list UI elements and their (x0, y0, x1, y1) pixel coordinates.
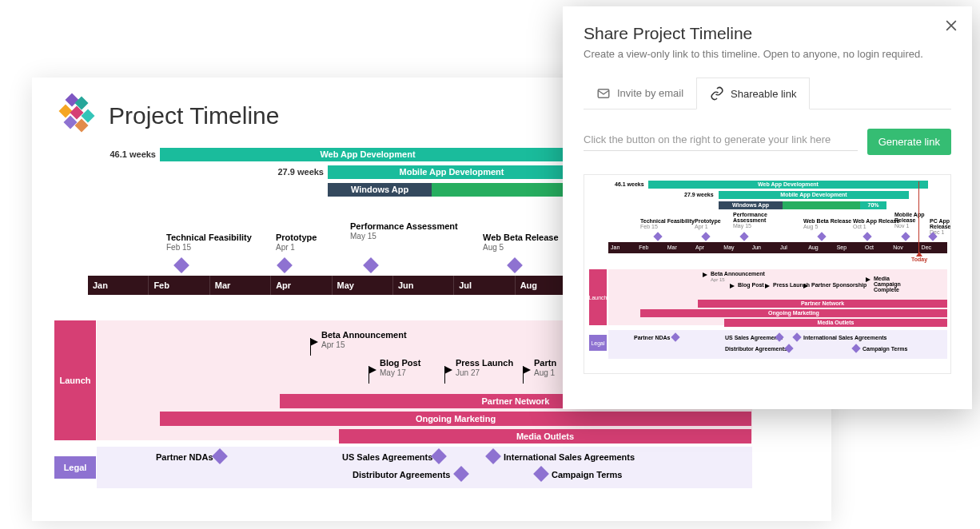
bar-windows-progress[interactable] (432, 183, 576, 197)
lane-launch[interactable]: Launch (54, 320, 96, 440)
link-placeholder: Click the button on the right to generat… (584, 133, 858, 151)
preview-bar-web: Web App Development (648, 181, 928, 189)
month-axis: JanFebMarAprMayJunJulAug (88, 276, 576, 295)
share-modal: Share Project Timeline Create a view-onl… (563, 6, 972, 409)
preview-strip-2: Ongoing Marketing (640, 309, 947, 317)
flag-partner-sponsor[interactable]: PartnAug 1 (534, 358, 556, 377)
preview-bar-winpct: 70% (860, 201, 886, 209)
close-icon (943, 18, 959, 34)
preview-strip-3: Media Outlets (724, 319, 947, 327)
preview-dur-web: 46.1 weeks (615, 181, 644, 187)
preview-bar-mobile: Mobile App Development (719, 191, 909, 199)
flag-press-launch[interactable]: Press LaunchJun 27 (456, 358, 513, 377)
preview-mile-4: Web Beta ReleaseAug 5 (803, 218, 851, 229)
strip-ongoing-marketing[interactable]: Ongoing Marketing (160, 412, 751, 426)
preview-legal-4: Distributor Agreements (725, 346, 787, 352)
preview-flag-2: Blog Post (738, 282, 764, 288)
flag-blog-post[interactable]: Blog PostMay 17 (380, 358, 420, 377)
diamond-icon[interactable] (363, 257, 379, 273)
tab-invite-email[interactable]: Invite by email (584, 78, 696, 109)
legal-distributor[interactable]: Distributor Agreements (353, 470, 450, 479)
link-row: Click the button on the right to generat… (584, 129, 951, 155)
legal-campaign-terms[interactable]: Campaign Terms (552, 470, 622, 479)
preview-today-label: Today (911, 257, 927, 262)
duration-mobile: 27.9 weeks (276, 167, 324, 177)
bar-windows-label[interactable]: Windows App Development (328, 183, 432, 197)
milestone-performance: Performance AssessmentMay 15 (350, 221, 470, 241)
flag-beta-announce[interactable]: Beta AnnouncementApr 15 (321, 330, 407, 349)
modal-tabs: Invite by email Shareable link (584, 78, 951, 109)
milestone-technical: Technical FeasibilityFeb 15 (166, 233, 286, 252)
legal-us-sales[interactable]: US Sales Agreements (342, 452, 432, 462)
diamond-icon[interactable] (173, 257, 189, 273)
bar-web[interactable]: Web App Development (160, 148, 576, 161)
preview-legal-3: International Sales Agreements (803, 335, 886, 340)
timeline-preview: 46.1 weeks Web App Development 27.9 week… (584, 174, 951, 374)
preview-lane-launch: Launch (589, 269, 607, 325)
preview-mile-5: Web App ReleaseOct 1 (853, 218, 899, 229)
preview-dur-mobile: 27.9 weeks (684, 192, 714, 197)
modal-title: Share Project Timeline (584, 24, 951, 43)
preview-flag-4: Partner Sponsorship (811, 282, 866, 288)
diamond-icon[interactable] (507, 257, 523, 273)
modal-subtitle: Create a view-only link to this timeline… (584, 48, 951, 60)
preview-flag-1: Beta Announcement (711, 271, 765, 276)
page-title: Project Timeline (109, 102, 279, 129)
preview-lane-legal: Legal (589, 335, 607, 351)
strip-media-outlets[interactable]: Media Outlets (339, 429, 751, 443)
preview-legal-5: Campaign Terms (862, 346, 907, 352)
preview-bar-windows: Windows App Development (719, 201, 783, 209)
preview-axis: JanFebMarAprMayJunJulAugSepOctNovDec (608, 242, 947, 253)
duration-web: 46.1 weeks (108, 149, 156, 159)
generate-link-button[interactable]: Generate link (867, 129, 951, 155)
link-icon (710, 86, 724, 101)
legal-partner-ndas[interactable]: Partner NDAs (156, 452, 213, 462)
preview-strip-1: Partner Network (698, 300, 947, 308)
preview-mile-2: PrototypeApr 1 (695, 218, 721, 229)
preview-legal-2: US Sales Agreements (725, 335, 783, 340)
preview-mile-3: Performance AssessmentMay 15 (733, 212, 773, 229)
diamond-icon[interactable] (277, 257, 293, 273)
legal-intl-sales[interactable]: International Sales Agreements (504, 452, 635, 462)
logo-icon (56, 95, 98, 137)
preview-today-line (918, 181, 919, 253)
close-button[interactable] (943, 18, 959, 37)
lane-legal[interactable]: Legal (54, 456, 96, 479)
bar-mobile[interactable]: Mobile App Development (328, 165, 576, 179)
tab-shareable-link[interactable]: Shareable link (696, 78, 810, 109)
mail-icon (596, 86, 611, 101)
preview-legal-1: Partner NDAs (634, 335, 671, 340)
preview-mile-1: Technical FeasibilityFeb 15 (640, 218, 695, 229)
preview-flag-5: Media Campaign Complete (874, 276, 918, 292)
